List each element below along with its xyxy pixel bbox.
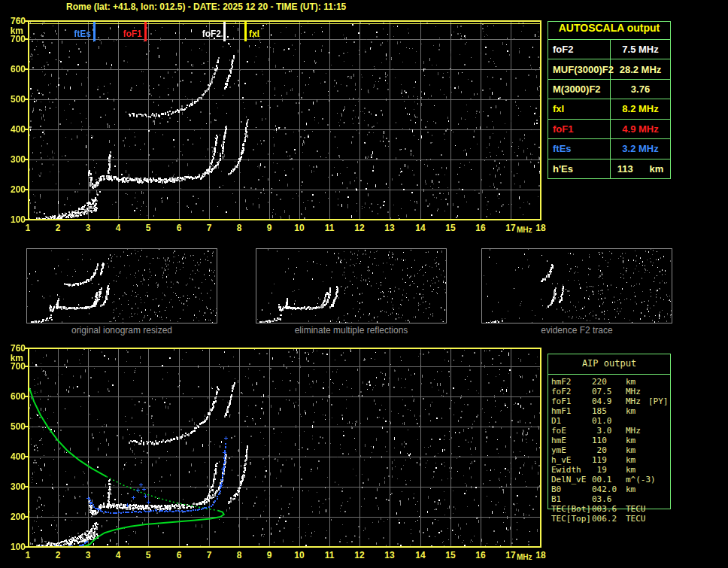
y-axis-tick bbox=[25, 426, 28, 427]
x-axis-label: 11 bbox=[320, 223, 338, 233]
y-axis-label: 400 bbox=[1, 124, 26, 135]
aip-row: TEC[Bot]003.6TECU bbox=[548, 504, 671, 514]
x-axis-unit: MHz bbox=[517, 226, 532, 234]
aip-row-value: 04.9 bbox=[592, 396, 612, 406]
aip-row-unit: km bbox=[626, 377, 635, 387]
x-axis-label: 14 bbox=[411, 223, 429, 233]
aip-row: foF207.5MHz bbox=[548, 387, 671, 396]
y-axis-tick bbox=[25, 20, 28, 22]
aip-row-value: 3.0 bbox=[592, 426, 612, 436]
aip-row-label: foF2 bbox=[551, 387, 572, 396]
aip-row-label: h_vE bbox=[551, 455, 572, 465]
aip-row: foF104.9MHz[PY] bbox=[548, 396, 671, 406]
row-value: 3.76 bbox=[611, 84, 670, 95]
table-row: foF14.9 MHz bbox=[548, 119, 670, 138]
aip-row-value: 003.6 bbox=[592, 504, 617, 514]
aip-row-unit: km bbox=[626, 465, 635, 475]
x-axis-label: 14 bbox=[411, 550, 429, 560]
aip-row-label: TEC[Bot] bbox=[551, 504, 591, 514]
aip-row-value: 20 bbox=[592, 445, 607, 455]
x-axis-label: 8 bbox=[230, 223, 248, 233]
y-axis-tick bbox=[25, 159, 28, 160]
x-axis-label: 10 bbox=[290, 550, 308, 560]
row-label: ftEs bbox=[548, 139, 611, 158]
aip-row-label: B1 bbox=[551, 494, 561, 504]
x-axis-label: 16 bbox=[472, 223, 490, 233]
autoscala-screen: Rome (lat: +41.8, lon: 012.5) - DATE: 20… bbox=[0, 0, 728, 568]
aip-row-value: 110 bbox=[592, 436, 607, 445]
aip-row: D101.0 bbox=[548, 416, 671, 426]
table-row: h'Es113 km bbox=[548, 159, 670, 178]
x-axis-label: 4 bbox=[109, 550, 127, 560]
y-axis-label: 600 bbox=[1, 64, 26, 74]
processed-ionogram-canvas bbox=[28, 348, 541, 548]
x-axis-label: 2 bbox=[49, 223, 67, 233]
x-axis-label: 18 bbox=[532, 550, 550, 560]
x-axis-label: 12 bbox=[350, 223, 369, 233]
x-axis-label: 4 bbox=[109, 223, 127, 233]
aip-row-unit: km bbox=[626, 484, 635, 494]
aip-row-value: 185 bbox=[592, 406, 607, 416]
aip-row-label: hmF1 bbox=[551, 406, 572, 416]
page-title: Rome (lat: +41.8, lon: 012.5) - DATE: 20… bbox=[66, 2, 346, 12]
aip-table: AIP output hmF2220kmfoF207.5MHzfoF104.9M… bbox=[548, 354, 671, 523]
aip-row-note: [PY] bbox=[648, 396, 669, 406]
table-row: foF27.5 MHz bbox=[548, 39, 670, 59]
x-axis-label: 3 bbox=[79, 550, 97, 560]
aip-row: hmF2220km bbox=[548, 377, 671, 387]
aip-row: foE 3.0MHz bbox=[548, 426, 671, 436]
table-row: ftEs3.2 MHz bbox=[548, 138, 670, 158]
x-axis-label: 2 bbox=[49, 550, 67, 560]
aip-row: Ewidth 19km bbox=[548, 465, 671, 475]
marker-label-fxI: fxI bbox=[249, 29, 259, 39]
aip-row-unit: km bbox=[626, 406, 635, 416]
x-axis-label: 6 bbox=[170, 550, 188, 560]
table-row: fxI8.2 MHz bbox=[548, 99, 670, 118]
aip-row-value: 07.5 bbox=[592, 387, 612, 396]
aip-row-unit: km bbox=[626, 436, 635, 445]
aip-row-value: 119 bbox=[592, 455, 607, 465]
y-axis-tick bbox=[25, 189, 28, 190]
thumbnail bbox=[256, 248, 447, 323]
thumbnail bbox=[26, 248, 217, 323]
y-axis-label: 200 bbox=[1, 184, 26, 195]
aip-row-label: TEC[Top] bbox=[551, 514, 591, 524]
y-axis-tick bbox=[25, 456, 28, 457]
x-axis-label: 5 bbox=[139, 223, 157, 233]
autoscala-table: AUTOSCALA output foF27.5 MHzMUF(3000)F22… bbox=[548, 21, 671, 179]
row-label: fxI bbox=[548, 99, 611, 118]
thumbnail-canvas bbox=[27, 249, 217, 323]
x-axis-label: 18 bbox=[532, 223, 550, 233]
y-axis-tick bbox=[25, 99, 28, 100]
y-axis-tick bbox=[25, 68, 28, 70]
y-axis-label: 400 bbox=[1, 451, 26, 462]
thumbnail-caption: original ionogram resized bbox=[26, 325, 217, 336]
x-axis-label: 7 bbox=[200, 223, 218, 233]
row-label: M(3000)F2 bbox=[548, 80, 611, 99]
table-row: M(3000)F23.76 bbox=[548, 79, 670, 99]
y-axis-label: 200 bbox=[1, 512, 26, 522]
aip-row-unit: km bbox=[626, 445, 635, 455]
aip-row-value: 042.0 bbox=[592, 484, 617, 494]
aip-row-unit: TECU bbox=[626, 504, 646, 514]
x-axis-label: 1 bbox=[19, 223, 37, 233]
table-row: MUF(3000)F228.2 MHz bbox=[548, 59, 670, 78]
x-axis-label: 5 bbox=[139, 550, 157, 560]
y-axis-tick bbox=[25, 396, 28, 397]
y-axis-label: 700 bbox=[1, 361, 26, 372]
aip-row-unit: MHz bbox=[626, 396, 641, 406]
aip-row-unit: km bbox=[626, 455, 635, 465]
aip-row-value: 01.0 bbox=[592, 416, 612, 426]
aip-row-value: 220 bbox=[592, 377, 607, 387]
x-axis-unit: MHz bbox=[517, 553, 532, 561]
marker-label-foF1: foF1 bbox=[123, 29, 142, 39]
aip-row-value: 03.6 bbox=[592, 494, 612, 504]
aip-title-divider bbox=[548, 374, 671, 375]
y-axis-tick bbox=[25, 129, 28, 130]
aip-row: ymE 20km bbox=[548, 445, 671, 455]
aip-row-label: B0 bbox=[551, 484, 561, 494]
thumbnail-canvas bbox=[482, 249, 672, 323]
row-value: 4.9 MHz bbox=[611, 123, 670, 135]
y-axis-label: 760 bbox=[1, 16, 26, 26]
aip-row-label: hmF2 bbox=[551, 377, 572, 387]
